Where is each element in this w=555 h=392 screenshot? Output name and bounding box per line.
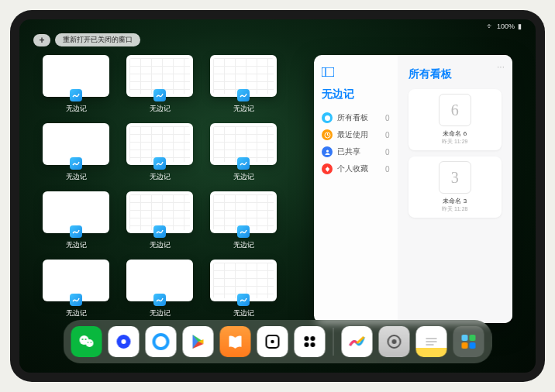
nav-icon (322, 146, 333, 157)
svg-point-3 (326, 150, 328, 152)
nav-item[interactable]: 已共享 0 (322, 143, 390, 160)
thumbnail-label: 无边记 (233, 172, 254, 182)
dock-app-quark[interactable] (109, 326, 140, 357)
thumbnail-preview (43, 191, 109, 233)
nav-count: 0 (385, 148, 390, 156)
svg-rect-24 (462, 335, 468, 341)
board-timestamp: 昨天 11:28 (442, 205, 467, 213)
thumbnail-label: 无边记 (233, 308, 254, 318)
nav-count: 0 (385, 165, 390, 174)
freeform-app-icon (70, 225, 82, 238)
new-window-button[interactable]: + (33, 34, 50, 46)
window-thumbnail[interactable]: 无边记 (210, 55, 277, 114)
window-thumbnail[interactable]: 无边记 (126, 260, 193, 318)
board-card[interactable]: 6 未命名 6 昨天 11:29 (408, 89, 502, 150)
svg-point-11 (122, 339, 126, 344)
svg-point-14 (271, 340, 274, 343)
board-timestamp: 昨天 11:29 (442, 138, 467, 146)
freeform-app-icon (70, 89, 82, 101)
nav-count: 0 (385, 114, 390, 122)
svg-point-20 (392, 339, 397, 344)
freeform-app-icon (70, 157, 82, 170)
dock-app-play[interactable] (183, 326, 214, 357)
dock-app-books[interactable] (220, 326, 251, 357)
window-thumbnail[interactable]: 无边记 (43, 123, 109, 182)
freeform-app-icon (153, 225, 166, 238)
freeform-app-icon (70, 294, 82, 306)
window-thumbnail[interactable]: 无边记 (126, 191, 193, 250)
panel-main: 所有看板 6 未命名 6 昨天 11:293 未命名 3 昨天 11:28 (398, 55, 512, 323)
nav-label: 最近使用 (337, 129, 368, 140)
dock-app-dice[interactable] (257, 326, 288, 357)
thumbnail-label: 无边记 (150, 172, 171, 182)
freeform-app-icon (153, 294, 166, 306)
svg-point-2 (325, 115, 330, 121)
freeform-app-icon (237, 157, 250, 170)
board-label: 未命名 6 (443, 129, 467, 138)
dock (64, 320, 492, 363)
svg-point-5 (86, 339, 94, 347)
thumbnail-label: 无边记 (66, 240, 87, 250)
dock-app-wechat[interactable] (71, 326, 102, 357)
window-thumbnail[interactable]: 无边记 (126, 123, 193, 182)
svg-point-17 (305, 342, 309, 347)
thumbnail-label: 无边记 (66, 104, 87, 114)
dock-app-qqbrowser[interactable] (146, 326, 177, 357)
nav-label: 个人收藏 (337, 163, 368, 174)
sidebar-toggle-icon[interactable] (322, 66, 390, 80)
window-thumbnail[interactable]: 无边记 (43, 191, 109, 250)
thumbnail-preview (126, 260, 193, 301)
dock-recent-freeform[interactable] (342, 326, 373, 357)
freeform-app-icon (237, 89, 250, 101)
top-controls: + 重新打开已关闭的窗口 (33, 33, 140, 46)
content-area: 无边记 无边记 无边记 无边记 无边记 无边记 (43, 55, 512, 323)
thumbnail-label: 无边记 (150, 240, 171, 250)
svg-point-7 (85, 339, 87, 340)
dock-separator (333, 328, 334, 356)
svg-point-9 (91, 342, 92, 343)
nav-item[interactable]: 个人收藏 0 (322, 160, 390, 177)
board-card[interactable]: 3 未命名 3 昨天 11:28 (408, 156, 502, 218)
freeform-app-icon (237, 225, 250, 238)
dock-app-barcode[interactable] (295, 326, 326, 357)
window-thumbnail[interactable]: 无边记 (210, 123, 277, 182)
dock-recent-app-library[interactable] (453, 326, 484, 357)
window-thumbnail[interactable]: 无边记 (210, 191, 277, 250)
svg-point-15 (305, 336, 309, 341)
svg-point-16 (311, 336, 315, 341)
thumbnail-preview (210, 123, 277, 165)
nav-item[interactable]: 所有看板 0 (322, 109, 390, 126)
window-thumbnail[interactable]: 无边记 (43, 260, 109, 318)
svg-point-12 (154, 335, 168, 349)
panel-right-title: 所有看板 (408, 67, 502, 81)
thumbnail-label: 无边记 (150, 104, 171, 114)
svg-point-18 (311, 342, 315, 347)
svg-rect-26 (462, 342, 468, 349)
dock-recent-notes[interactable] (416, 326, 447, 357)
thumbnail-preview (126, 191, 193, 233)
more-icon[interactable]: ··· (497, 61, 505, 72)
thumbnail-label: 无边记 (233, 240, 254, 250)
window-thumbnail[interactable]: 无边记 (126, 55, 193, 114)
reopen-closed-window-button[interactable]: 重新打开已关闭的窗口 (55, 33, 140, 46)
dock-recent-settings[interactable] (379, 326, 410, 357)
window-thumbnail[interactable]: 无边记 (210, 260, 277, 318)
nav-icon (322, 112, 333, 123)
nav-label: 已共享 (337, 146, 360, 157)
battery-percent: 100% (497, 22, 515, 30)
thumbnail-label: 无边记 (66, 172, 87, 182)
svg-rect-27 (470, 342, 476, 349)
freeform-app-icon (153, 89, 166, 101)
panel-sidebar: 无边记 所有看板 0 最近使用 0 已共享 0 个人收藏 0 (314, 55, 398, 323)
nav-label: 所有看板 (337, 112, 368, 123)
window-thumbnail[interactable]: 无边记 (43, 55, 109, 114)
panel-left-title: 无边记 (322, 88, 390, 101)
thumbnail-preview (43, 55, 109, 97)
nav-icon (322, 129, 333, 140)
freeform-panel[interactable]: ··· 无边记 所有看板 0 最近使用 0 已共享 0 个人收藏 0 所有看板 … (314, 55, 512, 323)
thumbnail-label: 无边记 (233, 104, 254, 114)
window-thumbnail-grid: 无边记 无边记 无边记 无边记 无边记 无边记 (43, 55, 283, 323)
nav-item[interactable]: 最近使用 0 (322, 126, 390, 143)
nav-count: 0 (385, 131, 390, 139)
thumbnail-label: 无边记 (150, 308, 171, 318)
